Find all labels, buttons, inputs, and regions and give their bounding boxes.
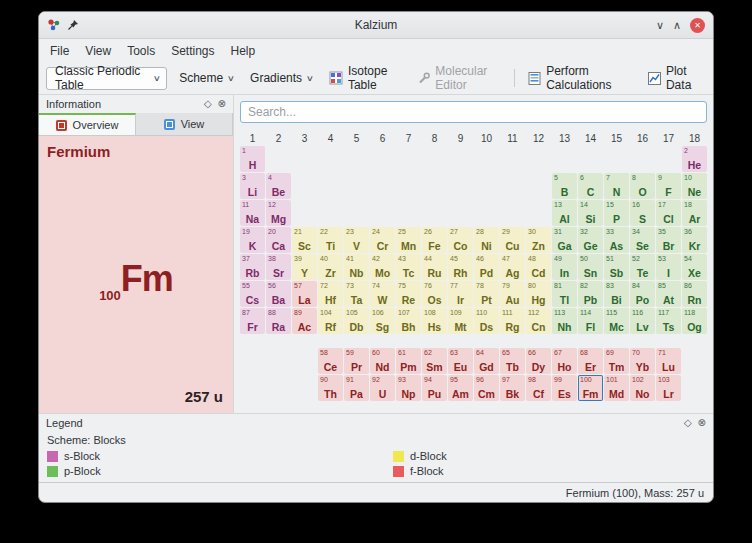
element-Cf[interactable]: 98Cf [526, 375, 551, 401]
element-Ac[interactable]: 89Ac [292, 308, 317, 334]
close-button[interactable]: ✕ [690, 18, 705, 33]
element-Ne[interactable]: 10Ne [682, 173, 707, 199]
scheme-dropdown[interactable]: Scheme ∨ [175, 68, 238, 88]
element-Gd[interactable]: 64Gd [474, 348, 499, 374]
element-Eu[interactable]: 63Eu [448, 348, 473, 374]
element-N[interactable]: 7N [604, 173, 629, 199]
element-Se[interactable]: 34Se [630, 227, 655, 253]
element-Cr[interactable]: 24Cr [370, 227, 395, 253]
element-Nb[interactable]: 41Nb [344, 254, 369, 280]
close-panel-icon[interactable]: ⊗ [698, 418, 706, 428]
element-Be[interactable]: 4Be [266, 173, 291, 199]
element-Tb[interactable]: 65Tb [500, 348, 525, 374]
titlebar[interactable]: Kalzium ∨ ∧ ✕ [39, 12, 713, 39]
element-Fl[interactable]: 114Fl [578, 308, 603, 334]
element-Hs[interactable]: 108Hs [422, 308, 447, 334]
element-Ru[interactable]: 44Ru [422, 254, 447, 280]
table-type-select[interactable]: Classic Periodic Table ∨ [46, 67, 167, 90]
element-Pb[interactable]: 82Pb [578, 281, 603, 307]
element-Te[interactable]: 52Te [630, 254, 655, 280]
element-Bi[interactable]: 83Bi [604, 281, 629, 307]
element-B[interactable]: 5B [552, 173, 577, 199]
element-Mn[interactable]: 25Mn [396, 227, 421, 253]
element-Cu[interactable]: 29Cu [500, 227, 525, 253]
element-Cn[interactable]: 112Cn [526, 308, 551, 334]
element-Mc[interactable]: 115Mc [604, 308, 629, 334]
element-Es[interactable]: 99Es [552, 375, 577, 401]
element-Ga[interactable]: 31Ga [552, 227, 577, 253]
element-Li[interactable]: 3Li [240, 173, 265, 199]
element-Pt[interactable]: 78Pt [474, 281, 499, 307]
element-Zr[interactable]: 40Zr [318, 254, 343, 280]
float-panel-icon[interactable]: ◇ [684, 418, 692, 428]
element-Cm[interactable]: 96Cm [474, 375, 499, 401]
maximize-button[interactable]: ∧ [673, 20, 681, 31]
element-Sn[interactable]: 50Sn [578, 254, 603, 280]
menu-file[interactable]: File [42, 41, 77, 61]
element-Ts[interactable]: 117Ts [656, 308, 681, 334]
close-panel-icon[interactable]: ⊗ [218, 99, 226, 109]
element-O[interactable]: 8O [630, 173, 655, 199]
element-Hf[interactable]: 72Hf [318, 281, 343, 307]
element-P[interactable]: 15P [604, 200, 629, 226]
element-Au[interactable]: 79Au [500, 281, 525, 307]
element-Rf[interactable]: 104Rf [318, 308, 343, 334]
element-Bk[interactable]: 97Bk [500, 375, 525, 401]
menu-help[interactable]: Help [223, 41, 264, 61]
element-Hg[interactable]: 80Hg [526, 281, 551, 307]
element-Zn[interactable]: 30Zn [526, 227, 551, 253]
tab-view[interactable]: View [136, 113, 233, 135]
element-Nd[interactable]: 60Nd [370, 348, 395, 374]
pin-icon[interactable] [67, 19, 79, 31]
element-Ag[interactable]: 47Ag [500, 254, 525, 280]
element-Ce[interactable]: 58Ce [318, 348, 343, 374]
element-Re[interactable]: 75Re [396, 281, 421, 307]
element-Fe[interactable]: 26Fe [422, 227, 447, 253]
element-F[interactable]: 9F [656, 173, 681, 199]
element-Og[interactable]: 118Og [682, 308, 707, 334]
element-La[interactable]: 57La [292, 281, 317, 307]
isotope-table-button[interactable]: Isotope Table [325, 61, 405, 95]
element-V[interactable]: 23V [344, 227, 369, 253]
element-Co[interactable]: 27Co [448, 227, 473, 253]
element-Lr[interactable]: 103Lr [656, 375, 681, 401]
element-Er[interactable]: 68Er [578, 348, 603, 374]
element-Kr[interactable]: 36Kr [682, 227, 707, 253]
element-Ar[interactable]: 18Ar [682, 200, 707, 226]
element-Ho[interactable]: 67Ho [552, 348, 577, 374]
element-Mg[interactable]: 12Mg [266, 200, 291, 226]
element-Na[interactable]: 11Na [240, 200, 265, 226]
element-Pu[interactable]: 94Pu [422, 375, 447, 401]
perform-calculations-button[interactable]: Perform Calculations [524, 61, 636, 95]
element-Tl[interactable]: 81Tl [552, 281, 577, 307]
element-Cd[interactable]: 48Cd [526, 254, 551, 280]
element-Ta[interactable]: 73Ta [344, 281, 369, 307]
menu-view[interactable]: View [77, 41, 119, 61]
element-Sb[interactable]: 51Sb [604, 254, 629, 280]
element-I[interactable]: 53I [656, 254, 681, 280]
element-Si[interactable]: 14Si [578, 200, 603, 226]
gradients-dropdown[interactable]: Gradients ∨ [246, 68, 317, 88]
element-Rb[interactable]: 37Rb [240, 254, 265, 280]
element-Np[interactable]: 93Np [396, 375, 421, 401]
element-Cs[interactable]: 55Cs [240, 281, 265, 307]
element-Rg[interactable]: 111Rg [500, 308, 525, 334]
element-Sg[interactable]: 106Sg [370, 308, 395, 334]
element-S[interactable]: 16S [630, 200, 655, 226]
element-K[interactable]: 19K [240, 227, 265, 253]
element-Am[interactable]: 95Am [448, 375, 473, 401]
element-Rh[interactable]: 45Rh [448, 254, 473, 280]
minimize-button[interactable]: ∨ [656, 20, 664, 31]
element-Bh[interactable]: 107Bh [396, 308, 421, 334]
tab-overview[interactable]: Overview [39, 113, 136, 135]
element-Br[interactable]: 35Br [656, 227, 681, 253]
element-Lu[interactable]: 71Lu [656, 348, 681, 374]
element-At[interactable]: 85At [656, 281, 681, 307]
element-Sm[interactable]: 62Sm [422, 348, 447, 374]
element-Lv[interactable]: 116Lv [630, 308, 655, 334]
element-No[interactable]: 102No [630, 375, 655, 401]
element-Tc[interactable]: 43Tc [396, 254, 421, 280]
plot-data-button[interactable]: Plot Data [644, 61, 706, 95]
element-H[interactable]: 1H [240, 146, 265, 172]
element-Ca[interactable]: 20Ca [266, 227, 291, 253]
